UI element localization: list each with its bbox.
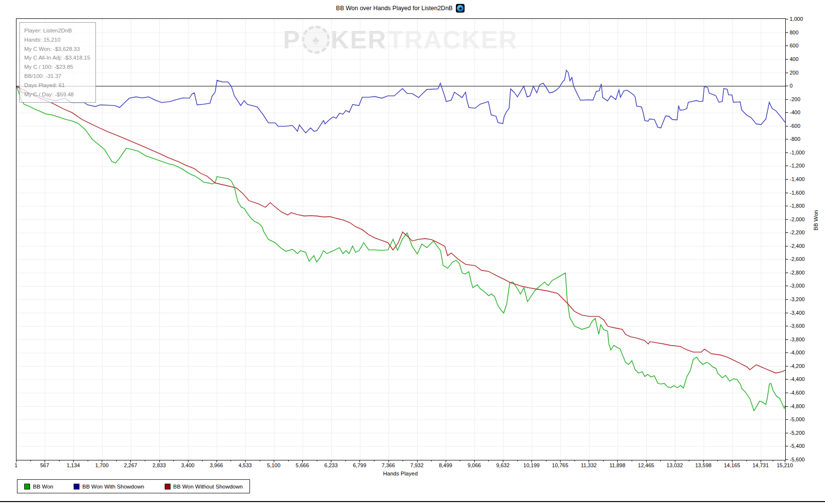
y-axis-title: BB Won — [813, 210, 819, 230]
y-axis-tick — [785, 219, 788, 220]
x-axis-tick — [474, 460, 475, 462]
x-axis-tick — [675, 460, 675, 462]
y-tick-label: -1,600 — [790, 190, 805, 196]
legend-label: BB Won Without Showdown — [173, 484, 243, 489]
series-line-bb-won-without-showdown — [16, 86, 785, 373]
x-axis-tick — [589, 460, 589, 462]
y-tick-label: -4,400 — [790, 376, 805, 382]
y-axis-tick — [785, 246, 788, 246]
y-axis-tick — [785, 59, 788, 60]
y-axis-tick — [785, 273, 788, 273]
x-axis-minor-tick — [546, 460, 546, 461]
x-axis-tick — [389, 460, 389, 462]
y-axis-tick — [785, 352, 788, 353]
x-tick-label: 10,199 — [523, 462, 540, 468]
y-tick-label: -5,400 — [790, 443, 805, 449]
legend-item[interactable]: BB Won — [24, 484, 53, 489]
y-tick-label: -2,800 — [790, 270, 805, 275]
legend-item[interactable]: BB Won With Showdown — [74, 484, 144, 489]
x-tick-label: 13,032 — [667, 462, 683, 468]
y-tick-label: -5,600 — [790, 457, 805, 462]
legend-swatch-icon — [165, 484, 171, 489]
y-axis-tick — [785, 179, 788, 180]
x-tick-label: 11,332 — [581, 462, 597, 468]
x-axis-tick — [503, 460, 503, 462]
y-axis-tick — [785, 326, 788, 326]
x-axis-minor-tick — [317, 460, 317, 461]
x-axis-tick — [417, 460, 418, 462]
x-axis-tick — [531, 460, 532, 462]
y-tick-label: 0 — [790, 83, 793, 89]
y-axis-tick — [785, 99, 788, 100]
y-tick-label: -3,200 — [790, 296, 805, 302]
x-axis-minor-tick — [116, 460, 117, 461]
tooltip-line: Player: Listen2DnB — [24, 26, 91, 35]
y-axis-tick — [785, 46, 788, 46]
x-axis-tick — [16, 460, 16, 462]
legend-swatch-icon — [74, 484, 79, 489]
y-axis-tick — [785, 19, 788, 19]
x-axis-tick — [102, 460, 102, 462]
x-axis-tick — [646, 460, 647, 462]
tooltip-line: Hands: 15,210 — [24, 35, 91, 45]
x-tick-label: 1,700 — [95, 462, 109, 468]
x-axis-minor-tick — [773, 460, 773, 461]
y-axis-tick — [785, 459, 788, 460]
y-axis-tick — [785, 139, 788, 139]
spade-icon-glyph: ♠ — [456, 4, 465, 13]
x-tick-label: 10,765 — [552, 462, 568, 468]
x-tick-label: 7,366 — [382, 462, 395, 468]
legend-item[interactable]: BB Won Without Showdown — [165, 484, 243, 489]
x-axis-tick — [302, 460, 303, 462]
x-tick-label: 9,066 — [467, 462, 481, 468]
y-axis-tick — [785, 419, 788, 420]
y-axis-tick — [785, 286, 788, 286]
x-axis-minor-tick — [231, 460, 231, 461]
y-axis-tick — [785, 406, 788, 407]
chart-plot-area[interactable] — [16, 18, 786, 460]
x-axis-minor-tick — [431, 460, 432, 461]
tooltip-line: BB/100: -31.37 — [24, 72, 91, 81]
x-axis-minor-tick — [145, 460, 145, 461]
y-axis-tick — [785, 259, 788, 260]
tooltip-line: Days Played: 61 — [24, 81, 91, 90]
y-tick-label: -1,200 — [790, 163, 805, 168]
y-axis-tick — [785, 86, 788, 86]
x-tick-label: 5,666 — [296, 462, 309, 468]
x-tick-label: 2,267 — [124, 462, 138, 468]
y-axis-tick — [785, 379, 788, 380]
x-tick-label: 11,898 — [609, 462, 625, 468]
y-axis-tick — [785, 126, 788, 126]
y-tick-label: -1,400 — [790, 176, 805, 182]
x-tick-label: 3,400 — [181, 462, 195, 468]
x-tick-label: 14,165 — [724, 462, 740, 468]
x-axis-tick — [73, 460, 74, 462]
x-axis-minor-tick — [88, 460, 88, 461]
stats-tooltip: Player: Listen2DnBHands: 15,210My C Won:… — [19, 22, 96, 103]
y-tick-label: -3,800 — [790, 336, 805, 342]
y-axis-tick — [785, 73, 788, 73]
y-tick-label: -5,200 — [790, 430, 805, 436]
x-axis-tick — [159, 460, 160, 462]
x-axis-minor-tick — [403, 460, 403, 461]
series-line-bb-won — [16, 86, 785, 411]
y-axis-tick — [785, 313, 788, 313]
x-axis-tick — [359, 460, 360, 462]
x-tick-label: 9,632 — [496, 462, 510, 468]
x-axis-minor-tick — [717, 460, 718, 461]
y-tick-label: -3,000 — [790, 283, 805, 289]
x-axis-minor-tick — [488, 460, 489, 461]
x-tick-label: 6,799 — [353, 462, 367, 468]
x-axis-tick — [446, 460, 446, 462]
y-tick-label: -5,000 — [790, 416, 805, 422]
chart-title: BB Won over Hands Played for Listen2DnB — [336, 5, 453, 12]
y-tick-label: -4,200 — [790, 363, 805, 369]
x-axis-tick — [560, 460, 560, 462]
y-tick-label: -2,400 — [790, 243, 805, 249]
y-axis-tick — [785, 232, 788, 233]
x-tick-label: 14,731 — [752, 462, 769, 468]
y-tick-label: -3,600 — [790, 323, 805, 329]
x-axis-tick — [761, 460, 761, 462]
y-tick-label: 600 — [790, 43, 798, 48]
series-line-bb-won-with-showdown — [16, 70, 785, 133]
